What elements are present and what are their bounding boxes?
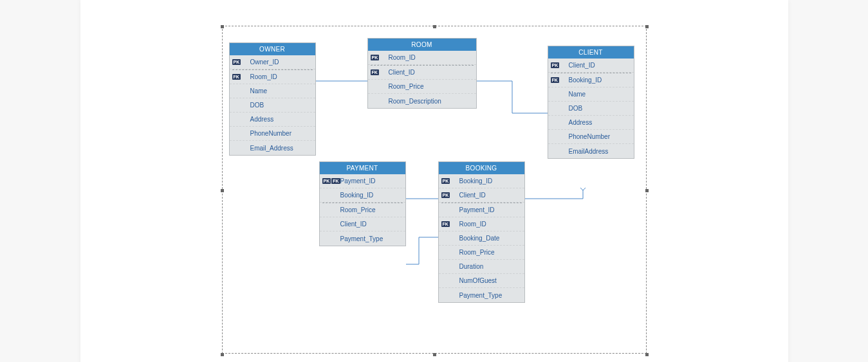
selection-handle[interactable] — [433, 353, 436, 356]
key-column: FK — [551, 77, 569, 83]
selection-handle[interactable] — [645, 189, 649, 192]
attribute-name: PhoneNumber — [569, 133, 610, 140]
diagram-canvas[interactable]: OWNERPKOwner_IDFKRoom_IDNameDOBAddressPh… — [222, 26, 647, 354]
entity-payment[interactable]: PAYMENTPKFKPayment_IDBooking_IDRoom_Pric… — [319, 161, 406, 246]
key-column: FK — [441, 221, 459, 227]
attribute-row[interactable]: FKBooking_ID — [548, 73, 634, 87]
attribute-row[interactable]: Room_Price — [368, 80, 476, 94]
selection-handle[interactable] — [433, 25, 436, 28]
key-column: PKFK — [322, 178, 340, 184]
entity-header: CLIENT — [548, 46, 634, 59]
attribute-name: Payment_Type — [459, 292, 503, 299]
attribute-row[interactable]: Client_ID — [320, 217, 405, 231]
attribute-row[interactable]: NumOfGuest — [439, 274, 524, 288]
attribute-row[interactable]: Address — [548, 116, 634, 130]
attribute-name: DOB — [250, 102, 264, 109]
attribute-row[interactable]: Address — [230, 113, 315, 127]
attribute-row[interactable]: PKFKPayment_ID — [320, 174, 405, 188]
attribute-name: Client_ID — [459, 192, 486, 199]
attribute-row[interactable]: FKRoom_ID — [439, 217, 524, 231]
entity-booking[interactable]: BOOKINGPKBooking_IDPKClient_IDPayment_ID… — [438, 161, 525, 303]
key-column: PK — [371, 55, 389, 60]
attribute-name: Name — [250, 87, 268, 95]
attribute-row[interactable]: Name — [548, 87, 634, 102]
entity-owner[interactable]: OWNERPKOwner_IDFKRoom_IDNameDOBAddressPh… — [229, 42, 316, 156]
attribute-row[interactable]: Room_Price — [439, 246, 524, 260]
attribute-row[interactable]: PKClient_ID — [548, 59, 634, 73]
attribute-row[interactable]: Booking_Date — [439, 231, 524, 246]
selection-handle[interactable] — [221, 25, 224, 28]
key-column: FK — [371, 69, 389, 75]
attribute-name: Payment_ID — [459, 206, 495, 213]
attribute-name: Booking_Date — [459, 235, 500, 242]
attribute-row[interactable]: Payment_ID — [439, 203, 524, 217]
key-column: FK — [232, 74, 250, 80]
key-column: PK — [441, 192, 459, 198]
attribute-name: Email_Address — [250, 145, 293, 152]
entity-room[interactable]: ROOMPKRoom_IDFKClient_IDRoom_PriceRoom_D… — [367, 38, 477, 109]
key-column: PK — [232, 59, 250, 65]
attribute-name: Owner_ID — [250, 59, 279, 66]
attribute-name: Client_ID — [389, 69, 415, 76]
attribute-row[interactable]: Email_Address — [230, 141, 315, 155]
attribute-name: Address — [250, 116, 274, 123]
attribute-name: Booking_ID — [459, 177, 493, 185]
attribute-row[interactable]: PKBooking_ID — [439, 174, 524, 188]
key-column: PK — [441, 178, 459, 184]
attribute-row[interactable]: Booking_ID — [320, 188, 405, 203]
key-column: PK — [551, 62, 569, 68]
attribute-name: Name — [569, 91, 586, 98]
document-page: OWNERPKOwner_IDFKRoom_IDNameDOBAddressPh… — [80, 0, 788, 362]
attribute-name: Room_Description — [389, 98, 441, 105]
attribute-name: Room_Price — [389, 83, 424, 90]
attribute-row[interactable]: Name — [230, 84, 315, 98]
pk-badge: PK — [322, 178, 331, 184]
attribute-name: EmailAddress — [569, 148, 609, 155]
entity-client[interactable]: CLIENTPKClient_IDFKBooking_IDNameDOBAddr… — [548, 46, 634, 159]
selection-handle[interactable] — [221, 189, 224, 192]
attribute-name: Address — [569, 119, 593, 126]
attribute-name: NumOfGuest — [459, 277, 497, 284]
attribute-row[interactable]: FKClient_ID — [368, 66, 476, 80]
attribute-name: Booking_ID — [340, 192, 374, 199]
attribute-name: Room_ID — [459, 221, 486, 228]
attribute-row[interactable]: PKClient_ID — [439, 188, 524, 203]
selection-handle[interactable] — [645, 25, 649, 28]
selection-handle[interactable] — [645, 353, 649, 356]
attribute-name: Payment_ID — [340, 177, 376, 185]
attribute-row[interactable]: DOB — [548, 102, 634, 116]
entity-header: PAYMENT — [320, 162, 405, 174]
attribute-row[interactable]: EmailAddress — [548, 144, 634, 158]
attribute-row[interactable]: Payment_Type — [439, 288, 524, 302]
entity-header: ROOM — [368, 39, 476, 51]
fk-badge: FK — [371, 69, 379, 75]
attribute-name: Booking_ID — [569, 77, 602, 84]
pk-badge: PK — [371, 55, 380, 60]
attribute-name: Room_ID — [250, 73, 277, 80]
attribute-row[interactable]: PhoneNumber — [230, 127, 315, 141]
attribute-row[interactable]: Duration — [439, 260, 524, 274]
entity-header: BOOKING — [439, 162, 524, 174]
attribute-row[interactable]: FKRoom_ID — [230, 70, 315, 84]
attribute-row[interactable]: PKOwner_ID — [230, 55, 315, 69]
attribute-name: Room_ID — [389, 54, 416, 61]
attribute-row[interactable]: Room_Price — [320, 203, 405, 217]
entity-header: OWNER — [230, 43, 315, 55]
svg-line-16 — [580, 188, 583, 190]
fk-badge: FK — [331, 178, 340, 184]
attribute-row[interactable]: PhoneNumber — [548, 130, 634, 144]
fk-badge: FK — [441, 221, 450, 227]
selection-handle[interactable] — [221, 353, 224, 356]
attribute-name: Client_ID — [340, 221, 367, 228]
pk-badge: PK — [232, 59, 241, 65]
fk-badge: FK — [232, 74, 241, 80]
attribute-row[interactable]: Room_Description — [368, 94, 476, 108]
attribute-row[interactable]: DOB — [230, 98, 315, 113]
pk-badge: PK — [551, 62, 560, 68]
attribute-row[interactable]: Payment_Type — [320, 231, 405, 246]
svg-line-17 — [583, 188, 586, 190]
fk-badge: FK — [551, 77, 559, 83]
pk-badge: PK — [441, 192, 450, 198]
attribute-name: Room_Price — [459, 249, 495, 256]
attribute-row[interactable]: PKRoom_ID — [368, 51, 476, 65]
